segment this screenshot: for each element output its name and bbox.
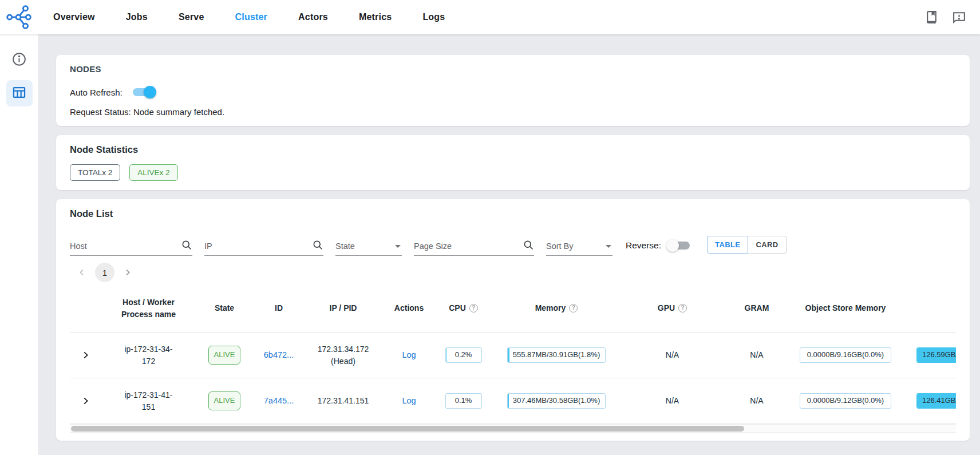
auto-refresh-label: Auto Refresh: <box>70 88 122 97</box>
header-gpu: GPU? <box>622 302 722 314</box>
ip-filter <box>204 237 323 256</box>
pagination: 1 <box>70 260 956 284</box>
info-icon <box>11 52 27 69</box>
table-view-button[interactable]: TABLE <box>707 236 748 254</box>
log-link[interactable]: Log <box>402 349 416 361</box>
memory-usage-bar: 307.46MB/30.58GB(1.0%) <box>507 393 606 409</box>
sort-by-select[interactable]: Sort By <box>546 237 612 256</box>
nav-tab-jobs[interactable]: Jobs <box>110 0 163 34</box>
nav-tab-metrics[interactable]: Metrics <box>343 0 407 34</box>
request-status: Request Status: Node summary fetched. <box>70 107 956 117</box>
log-link[interactable]: Log <box>402 395 416 407</box>
host-filter-input[interactable] <box>70 242 181 251</box>
gram-cell: N/A <box>722 349 791 361</box>
host-cell: ip-172-31-34-172 <box>101 343 196 367</box>
prev-page-icon[interactable] <box>74 265 89 280</box>
help-icon[interactable]: ? <box>678 304 687 312</box>
header-ip-pid: IP / PID <box>305 302 382 314</box>
page-size-input[interactable] <box>414 242 523 251</box>
nav-tabs: Overview Jobs Serve Cluster Actors Metri… <box>38 0 460 34</box>
actions-cell: Log <box>382 395 436 407</box>
horizontal-scrollbar[interactable] <box>70 424 956 433</box>
nav-tab-actors[interactable]: Actors <box>283 0 343 34</box>
cpu-cell: 0.1% <box>436 393 491 409</box>
header-gpu-label: GPU <box>658 302 675 314</box>
reverse-label: Reverse: <box>626 240 661 251</box>
header-disk: Disk <box>900 302 956 314</box>
header-actions: Actions <box>382 302 436 314</box>
reverse-group: Reverse: <box>626 239 692 252</box>
ray-logo-icon[interactable] <box>0 4 38 30</box>
ip-pid-cell: 172.31.34.172 (Head) <box>305 343 382 367</box>
host-filter <box>70 237 192 256</box>
cpu-cell: 0.2% <box>436 347 491 363</box>
chevron-down-icon <box>395 245 401 248</box>
node-table-container: Host / Worker Process name State ID IP /… <box>70 284 956 433</box>
nav-tab-serve[interactable]: Serve <box>163 0 220 34</box>
header-id: ID <box>253 302 305 314</box>
cpu-usage-bar: 0.1% <box>445 393 482 409</box>
object-store-bar: 0.0000B/9.16GB(0.0%) <box>800 347 891 363</box>
actions-cell: Log <box>382 349 436 361</box>
ip-value: 172.31.41.151 <box>318 395 369 406</box>
main-content: NODES Auto Refresh: Request Status: Node… <box>39 34 980 455</box>
header-host: Host / Worker Process name <box>101 296 196 320</box>
nav-tab-logs[interactable]: Logs <box>407 0 460 34</box>
header-memory-label: Memory <box>535 302 566 314</box>
ip-pid-cell: 172.31.41.151 <box>305 395 382 406</box>
alive-badge: ALIVE <box>208 346 241 365</box>
node-list-title: Node List <box>70 208 956 219</box>
object-store-cell: 0.0000B/9.16GB(0.0%) <box>791 347 900 363</box>
id-cell: 7a445... <box>253 395 305 407</box>
node-table-icon <box>11 85 27 102</box>
sidebar-item-node-table[interactable] <box>6 80 33 106</box>
node-id-link[interactable]: 7a445... <box>264 395 294 407</box>
auto-refresh-toggle[interactable] <box>131 85 156 99</box>
reverse-toggle[interactable] <box>667 239 692 252</box>
search-icon[interactable] <box>181 239 192 253</box>
header-memory: Memory? <box>491 302 622 314</box>
memory-cell: 307.46MB/30.58GB(1.0%) <box>491 393 622 409</box>
node-statistics-title: Node Statistics <box>70 144 956 155</box>
memory-cell: 555.87MB/30.91GB(1.8%) <box>491 347 622 363</box>
alive-count-chip[interactable]: ALIVEx 2 <box>129 164 177 181</box>
help-icon[interactable]: ? <box>569 304 578 312</box>
expand-row-icon[interactable] <box>78 347 94 363</box>
object-store-cell: 0.0000B/9.12GB(0.0%) <box>791 393 900 409</box>
ip-value: 172.31.34.172 <box>318 343 369 355</box>
node-id-link[interactable]: 6b472... <box>264 349 294 361</box>
expand-row-icon[interactable] <box>78 393 94 409</box>
disk-cell: 126.41GB/ <box>900 393 956 409</box>
nodes-card-title: NODES <box>70 64 956 74</box>
state-filter-select[interactable]: State <box>335 237 402 256</box>
next-page-icon[interactable] <box>120 265 135 280</box>
page-size-filter <box>414 237 534 256</box>
sidebar-item-info[interactable] <box>6 47 33 73</box>
filter-row: State Sort By Reverse: <box>70 231 956 256</box>
table-header-row: Host / Worker Process name State ID IP /… <box>70 284 956 333</box>
help-icon[interactable]: ? <box>469 304 478 312</box>
alive-badge: ALIVE <box>208 391 241 410</box>
disk-usage-bar: 126.59GB/ <box>916 347 956 363</box>
node-row: ip-172-31-41-151 ALIVE 7a445... 172.31.4… <box>70 378 956 424</box>
header-cpu: CPU? <box>436 302 491 314</box>
node-row: ip-172-31-34-172 ALIVE 6b472... 172.31.3… <box>70 333 956 378</box>
search-icon[interactable] <box>312 239 323 253</box>
object-store-bar: 0.0000B/9.12GB(0.0%) <box>800 393 891 409</box>
feedback-icon[interactable] <box>951 10 966 25</box>
page-number[interactable]: 1 <box>95 263 114 282</box>
scrollbar-thumb[interactable] <box>71 426 744 432</box>
docs-icon[interactable] <box>924 10 939 25</box>
search-icon[interactable] <box>523 239 534 253</box>
gpu-cell: N/A <box>622 349 722 361</box>
total-count-chip[interactable]: TOTALx 2 <box>70 164 120 181</box>
toggle-knob <box>666 239 679 252</box>
nav-tab-overview[interactable]: Overview <box>38 0 110 34</box>
nav-tab-cluster[interactable]: Cluster <box>220 0 283 34</box>
ip-filter-input[interactable] <box>204 242 312 251</box>
gpu-cell: N/A <box>622 395 722 406</box>
header-cpu-label: CPU <box>449 302 466 314</box>
top-nav: Overview Jobs Serve Cluster Actors Metri… <box>0 0 980 34</box>
card-view-button[interactable]: CARD <box>748 236 786 254</box>
header-gram: GRAM <box>722 302 791 314</box>
